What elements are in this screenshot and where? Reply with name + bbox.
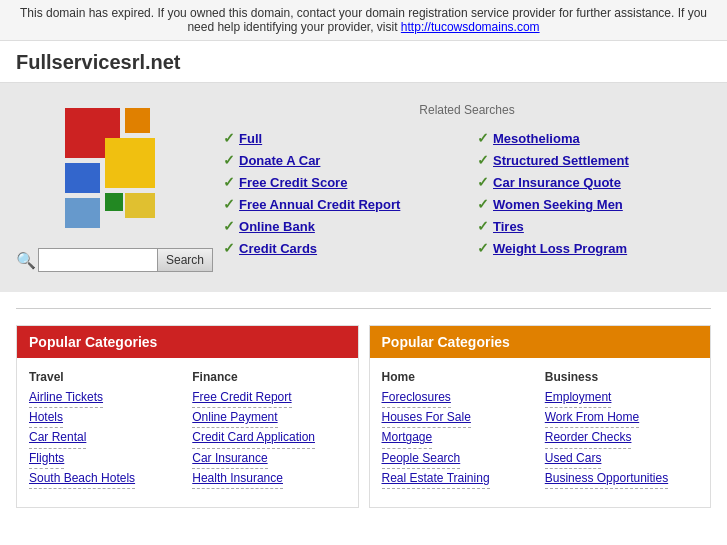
search-link-item: ✓Women Seeking Men: [477, 193, 711, 215]
links-right-col: ✓Mesothelioma✓Structured Settlement✓Car …: [477, 127, 711, 259]
category-link[interactable]: Foreclosures: [382, 388, 451, 408]
banner-text: This domain has expired. If you owned th…: [20, 6, 707, 34]
search-icon: 🔍: [16, 251, 36, 270]
search-link[interactable]: Credit Cards: [239, 241, 317, 256]
category-link[interactable]: Mortgage: [382, 428, 433, 448]
top-banner: This domain has expired. If you owned th…: [0, 0, 727, 41]
search-link-item: ✓Online Bank: [223, 215, 457, 237]
search-link[interactable]: Structured Settlement: [493, 153, 629, 168]
related-searches-title: Related Searches: [223, 103, 711, 117]
category-link[interactable]: Real Estate Training: [382, 469, 490, 489]
list-item: Online Payment: [192, 408, 345, 428]
search-link[interactable]: Full: [239, 131, 262, 146]
links-left-col: ✓Full✓Donate A Car✓Free Credit Score✓Fre…: [223, 127, 457, 259]
check-icon: ✓: [477, 130, 489, 146]
category-panel: Popular CategoriesTravelAirline TicketsH…: [16, 325, 359, 508]
list-item: Houses For Sale: [382, 408, 535, 428]
search-link[interactable]: Tires: [493, 219, 524, 234]
check-icon: ✓: [223, 130, 235, 146]
logo-area: 🔍 Search: [16, 103, 213, 272]
search-link-item: ✓Tires: [477, 215, 711, 237]
svg-rect-6: [105, 193, 123, 211]
list-item: Free Credit Report: [192, 388, 345, 408]
category-link[interactable]: Car Insurance: [192, 449, 267, 469]
svg-rect-2: [65, 163, 100, 193]
category-link[interactable]: Free Credit Report: [192, 388, 291, 408]
category-link[interactable]: Airline Tickets: [29, 388, 103, 408]
check-icon: ✓: [477, 174, 489, 190]
search-link[interactable]: Free Credit Score: [239, 175, 347, 190]
category-link[interactable]: Houses For Sale: [382, 408, 471, 428]
category-link[interactable]: Health Insurance: [192, 469, 283, 489]
search-link-item: ✓Free Credit Score: [223, 171, 457, 193]
category-link[interactable]: People Search: [382, 449, 461, 469]
category-col-title: Finance: [192, 370, 345, 384]
category-link[interactable]: Flights: [29, 449, 64, 469]
check-icon: ✓: [223, 218, 235, 234]
divider: [16, 308, 711, 309]
category-body: HomeForeclosuresHouses For SaleMortgageP…: [370, 358, 711, 507]
category-link[interactable]: Online Payment: [192, 408, 277, 428]
search-link[interactable]: Mesothelioma: [493, 131, 580, 146]
list-item: Work From Home: [545, 408, 698, 428]
category-link[interactable]: Work From Home: [545, 408, 639, 428]
category-link[interactable]: Employment: [545, 388, 612, 408]
category-col-title: Home: [382, 370, 535, 384]
category-link[interactable]: Used Cars: [545, 449, 602, 469]
site-title-bar: Fullservicesrl.net: [0, 41, 727, 83]
list-item: Reorder Checks: [545, 428, 698, 448]
list-item: Hotels: [29, 408, 182, 428]
banner-link[interactable]: http://tucowsdomains.com: [401, 20, 540, 34]
search-link[interactable]: Car Insurance Quote: [493, 175, 621, 190]
category-column: HomeForeclosuresHouses For SaleMortgageP…: [382, 368, 535, 497]
svg-rect-4: [65, 198, 100, 228]
check-icon: ✓: [223, 174, 235, 190]
list-item: Health Insurance: [192, 469, 345, 489]
category-link[interactable]: Car Rental: [29, 428, 86, 448]
list-item: Real Estate Training: [382, 469, 535, 489]
search-button[interactable]: Search: [158, 248, 213, 272]
category-column: FinanceFree Credit ReportOnline PaymentC…: [192, 368, 345, 497]
search-link[interactable]: Online Bank: [239, 219, 315, 234]
list-item: Business Opportunities: [545, 469, 698, 489]
category-link[interactable]: Reorder Checks: [545, 428, 632, 448]
list-item: Employment: [545, 388, 698, 408]
list-item: Foreclosures: [382, 388, 535, 408]
search-link-item: ✓Full: [223, 127, 457, 149]
category-body: TravelAirline TicketsHotelsCar RentalFli…: [17, 358, 358, 507]
category-link[interactable]: South Beach Hotels: [29, 469, 135, 489]
search-link[interactable]: Free Annual Credit Report: [239, 197, 400, 212]
block-logo: [55, 103, 175, 233]
search-link[interactable]: Donate A Car: [239, 153, 320, 168]
site-title: Fullservicesrl.net: [16, 51, 711, 74]
category-col-title: Travel: [29, 370, 182, 384]
check-icon: ✓: [223, 152, 235, 168]
search-link[interactable]: Weight Loss Program: [493, 241, 627, 256]
check-icon: ✓: [477, 196, 489, 212]
list-item: Car Insurance: [192, 449, 345, 469]
search-input[interactable]: [38, 248, 158, 272]
category-panel: Popular CategoriesHomeForeclosuresHouses…: [369, 325, 712, 508]
check-icon: ✓: [477, 152, 489, 168]
category-link[interactable]: Business Opportunities: [545, 469, 668, 489]
related-searches: Related Searches ✓Full✓Donate A Car✓Free…: [223, 103, 711, 259]
list-item: Mortgage: [382, 428, 535, 448]
list-item: Flights: [29, 449, 182, 469]
list-item: Credit Card Application: [192, 428, 345, 448]
search-link-item: ✓Car Insurance Quote: [477, 171, 711, 193]
search-link-item: ✓Free Annual Credit Report: [223, 193, 457, 215]
main-content: 🔍 Search Related Searches ✓Full✓Donate A…: [0, 83, 727, 292]
search-link[interactable]: Women Seeking Men: [493, 197, 623, 212]
check-icon: ✓: [477, 240, 489, 256]
check-icon: ✓: [223, 240, 235, 256]
category-link[interactable]: Credit Card Application: [192, 428, 315, 448]
category-header: Popular Categories: [370, 326, 711, 358]
list-item: Car Rental: [29, 428, 182, 448]
list-item: People Search: [382, 449, 535, 469]
category-column: BusinessEmploymentWork From HomeReorder …: [545, 368, 698, 497]
search-link-item: ✓Mesothelioma: [477, 127, 711, 149]
search-link-item: ✓Credit Cards: [223, 237, 457, 259]
category-link[interactable]: Hotels: [29, 408, 63, 428]
category-column: TravelAirline TicketsHotelsCar RentalFli…: [29, 368, 182, 497]
search-link-item: ✓Structured Settlement: [477, 149, 711, 171]
